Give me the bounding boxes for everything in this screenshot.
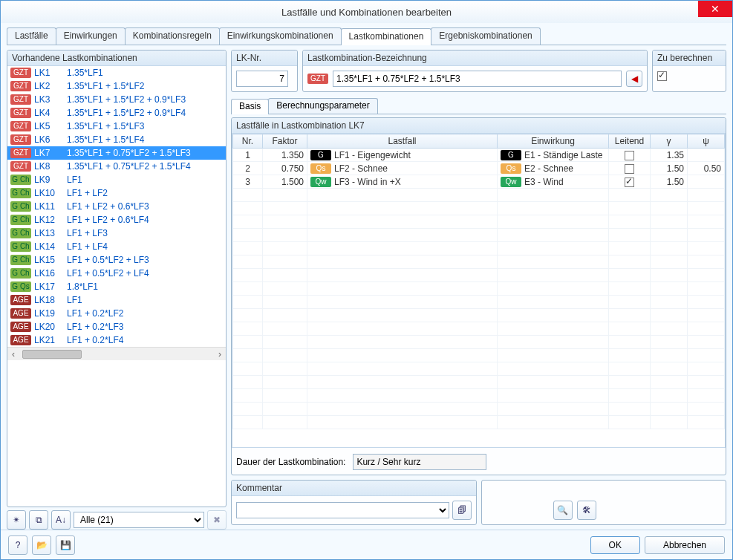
lk-row[interactable]: GZTLK21.35*LF1 + 1.5*LF2 xyxy=(7,79,226,93)
lk-row[interactable]: AGELK18LF1 xyxy=(7,293,226,307)
lknr-input[interactable] xyxy=(236,71,288,87)
lf-badge: Qs xyxy=(310,163,331,174)
bez-badge: GZT xyxy=(307,74,328,84)
lk-row[interactable]: G ChLK14LF1 + LF4 xyxy=(7,240,226,253)
lk-row[interactable]: G ChLK16LF1 + 0.5*LF2 + LF4 xyxy=(7,267,226,280)
lk-id: LK17 xyxy=(34,281,64,292)
lk-row[interactable]: G QsLK171.8*LF1 xyxy=(7,280,226,293)
details-button[interactable]: 🔍 xyxy=(553,501,573,520)
lk-badge: GZT xyxy=(10,81,31,91)
lf-lastfall[interactable]: QsLF2 - Schnee xyxy=(307,162,498,175)
subtab-berechnungsparameter[interactable]: Berechnungsparameter xyxy=(268,98,377,114)
bez-label: Lastkombination-Bezeichnung xyxy=(303,51,647,66)
dauer-label: Dauer der Lastkombination: xyxy=(236,457,345,467)
lk-badge: AGE xyxy=(10,322,31,332)
lk-id: LK19 xyxy=(34,308,64,319)
open-button[interactable]: 📂 xyxy=(32,535,51,555)
window-title: Lastfälle und Kombinationen bearbeiten xyxy=(281,7,452,18)
lf-psi xyxy=(688,149,725,162)
help-button[interactable]: ? xyxy=(8,535,27,555)
lk-list[interactable]: Vorhandene Lastkombinationen GZTLK11.35*… xyxy=(7,50,227,507)
tab-ergebniskombinationen[interactable]: Ergebniskombinationen xyxy=(431,27,540,45)
lf-row[interactable]: 20.750QsLF2 - SchneeQsE2 - Schnee1.500.5… xyxy=(233,162,725,175)
lk-badge: GZT xyxy=(10,161,31,172)
lk-badge: GZT xyxy=(10,108,31,118)
bez-input[interactable] xyxy=(333,71,622,87)
lf-row[interactable]: 11.350GLF1 - EigengewichtGE1 - Ständige … xyxy=(233,149,725,162)
lk-list-title: Vorhandene Lastkombinationen xyxy=(7,51,226,66)
lf-lastfall[interactable]: QwLF3 - Wind in +X xyxy=(307,175,498,189)
tab-einwirkungen[interactable]: Einwirkungen xyxy=(56,27,126,45)
lk-badge: GZT xyxy=(10,148,31,158)
lk-formula: 1.35*LF1 + 0.75*LF2 + 1.5*LF4 xyxy=(67,161,191,172)
col-lastfall[interactable]: Lastfall xyxy=(307,134,498,149)
lk-row[interactable]: AGELK20LF1 + 0.2*LF3 xyxy=(7,320,226,333)
lk-formula: LF1 xyxy=(67,295,82,305)
lf-leitend[interactable] xyxy=(609,162,651,175)
lk-filter-select[interactable]: Alle (21) xyxy=(74,512,204,528)
lk-row[interactable]: G ChLK11LF1 + LF2 + 0.6*LF3 xyxy=(7,200,226,213)
calc-checkbox[interactable] xyxy=(657,71,667,81)
lk-row[interactable]: G ChLK10LF1 + LF2 xyxy=(7,186,226,200)
lf-faktor[interactable]: 1.500 xyxy=(263,175,307,189)
lk-formula: 1.35*LF1 + 1.5*LF2 + 0.9*LF4 xyxy=(67,108,186,118)
cancel-button[interactable]: Abbrechen xyxy=(645,536,725,554)
delete-lk-button[interactable]: ✖ xyxy=(207,510,227,530)
lk-row[interactable]: AGELK19LF1 + 0.2*LF2 xyxy=(7,307,226,320)
new-lk-button[interactable]: ✴ xyxy=(7,510,26,530)
lk-id: LK15 xyxy=(34,255,64,265)
col-faktor[interactable]: Faktor xyxy=(263,134,307,149)
col-einwirkung[interactable]: Einwirkung xyxy=(498,134,609,149)
col-leitend[interactable]: Leitend xyxy=(609,134,651,149)
col-psi[interactable]: ψ xyxy=(688,134,725,149)
lf-lastfall[interactable]: GLF1 - Eigengewicht xyxy=(307,149,498,162)
lf-table[interactable]: Nr. Faktor Lastfall Einwirkung Leitend γ… xyxy=(232,134,726,448)
lk-formula: 1.35*LF1 + 0.75*LF2 + 1.5*LF3 xyxy=(67,148,191,158)
leitend-checkbox[interactable] xyxy=(625,164,634,174)
lk-row[interactable]: G ChLK13LF1 + LF3 xyxy=(7,227,226,240)
lk-row[interactable]: GZTLK11.35*LF1 xyxy=(7,66,226,79)
leitend-checkbox[interactable] xyxy=(625,178,634,187)
settings-button[interactable]: 🛠 xyxy=(577,501,596,520)
save-button[interactable]: 💾 xyxy=(56,535,75,555)
ok-button[interactable]: OK xyxy=(590,536,640,554)
lk-id: LK14 xyxy=(34,241,64,252)
leitend-checkbox[interactable] xyxy=(625,151,634,160)
lk-row[interactable]: G ChLK15LF1 + 0.5*LF2 + LF3 xyxy=(7,253,226,267)
lf-leitend[interactable] xyxy=(609,149,651,162)
lk-row[interactable]: AGELK21LF1 + 0.2*LF4 xyxy=(7,333,226,347)
lk-badge: G Ch xyxy=(10,268,31,279)
subtab-basis[interactable]: Basis xyxy=(231,99,269,114)
lk-list-hscroll[interactable]: ‹› xyxy=(7,347,226,360)
lk-id: LK12 xyxy=(34,215,64,225)
sort-lk-button[interactable]: A↓ xyxy=(51,510,71,530)
lknr-label: LK-Nr. xyxy=(232,51,297,66)
lf-row[interactable]: 31.500QwLF3 - Wind in +XQwE3 - Wind1.50 xyxy=(233,175,725,189)
lk-formula: LF1 + LF3 xyxy=(67,228,108,238)
lk-row[interactable]: GZTLK51.35*LF1 + 1.5*LF3 xyxy=(7,120,226,133)
titlebar: Lastfälle und Kombinationen bearbeiten ✕ xyxy=(1,1,732,23)
lf-faktor[interactable]: 1.350 xyxy=(263,149,307,162)
copy-lk-button[interactable]: ⧉ xyxy=(29,510,48,530)
bez-back-button[interactable]: ◀ xyxy=(626,71,642,87)
lf-gamma: 1.50 xyxy=(651,162,688,175)
lk-row[interactable]: GZTLK71.35*LF1 + 0.75*LF2 + 1.5*LF3 xyxy=(7,146,226,160)
tab-lastkombinationen[interactable]: Lastkombinationen xyxy=(341,28,432,45)
kommentar-select[interactable] xyxy=(236,502,449,518)
lk-row[interactable]: GZTLK61.35*LF1 + 1.5*LF4 xyxy=(7,133,226,146)
col-gamma[interactable]: γ xyxy=(651,134,688,149)
tab-kombinationsregeln[interactable]: Kombinationsregeln xyxy=(125,27,220,45)
lf-badge: G xyxy=(310,150,331,160)
lk-row[interactable]: GZTLK81.35*LF1 + 0.75*LF2 + 1.5*LF4 xyxy=(7,160,226,173)
lk-row[interactable]: G ChLK12LF1 + LF2 + 0.6*LF4 xyxy=(7,213,226,227)
lf-faktor[interactable]: 0.750 xyxy=(263,162,307,175)
lf-leitend[interactable] xyxy=(609,175,651,189)
tab-lastfälle[interactable]: Lastfälle xyxy=(7,27,56,45)
kommentar-pick-button[interactable]: 🗐 xyxy=(452,501,472,520)
lk-row[interactable]: GZTLK31.35*LF1 + 1.5*LF2 + 0.9*LF3 xyxy=(7,93,226,106)
tab-einwirkungskombinationen[interactable]: Einwirkungskombinationen xyxy=(219,27,342,45)
lk-row[interactable]: G ChLK9LF1 xyxy=(7,173,226,186)
lk-row[interactable]: GZTLK41.35*LF1 + 1.5*LF2 + 0.9*LF4 xyxy=(7,106,226,120)
window-close-button[interactable]: ✕ xyxy=(698,1,732,17)
col-nr[interactable]: Nr. xyxy=(233,134,263,149)
